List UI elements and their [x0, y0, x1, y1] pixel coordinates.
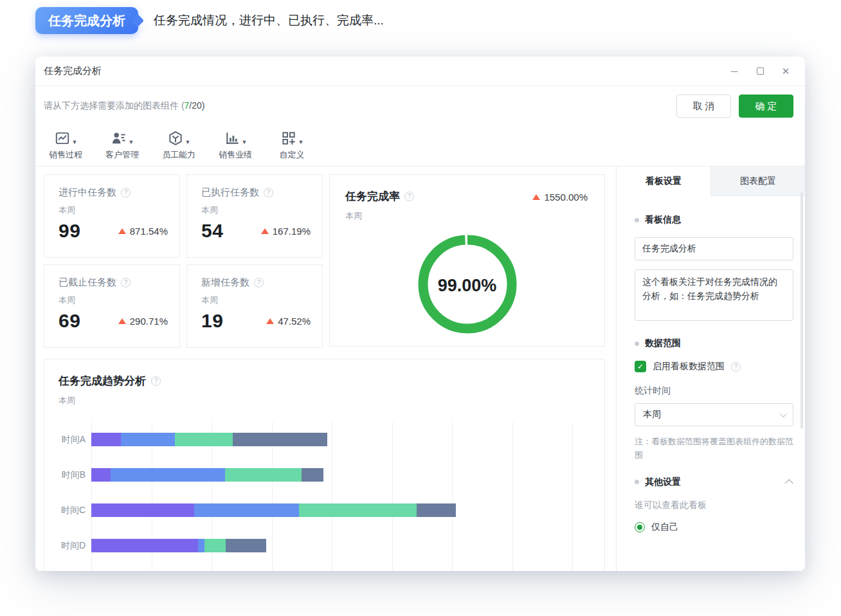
stat-time-select[interactable]: 本周 [635, 403, 793, 426]
minimize-icon[interactable]: ─ [729, 66, 739, 77]
stat-card-value: 69 [59, 310, 80, 332]
cancel-button[interactable]: 取 消 [676, 95, 731, 118]
segment-purple [91, 468, 111, 482]
chart-row: 时间A [59, 422, 592, 457]
section-dot-icon [635, 341, 639, 346]
segment-slate [233, 433, 327, 446]
stat-card-delta: 167.19% [261, 226, 312, 237]
stat-cards-grid: 进行中任务数 ? 本周 99 871.54% [44, 174, 323, 348]
content-region: 进行中任务数 ? 本周 99 871.54% [35, 166, 805, 571]
panel-scrollbar-thumb[interactable] [800, 192, 803, 429]
progress-ring: 99.00% [413, 230, 522, 341]
board-description-textarea[interactable]: 这个看板关注于对任务完成情况的分析，如：任务完成趋势分析 [635, 269, 793, 321]
close-icon[interactable]: ✕ [781, 66, 791, 77]
section-title: 看板信息 [645, 214, 681, 226]
feature-description: 任务完成情况，进行中、已执行、完成率... [154, 12, 384, 29]
section-dot-icon [635, 218, 639, 222]
help-icon[interactable]: ? [151, 376, 161, 386]
chevron-down-icon: ▼ [242, 140, 248, 147]
help-icon[interactable]: ? [121, 278, 131, 287]
customer-icon [111, 130, 127, 147]
help-icon[interactable]: ? [404, 192, 414, 201]
stat-card-in-progress[interactable]: 进行中任务数 ? 本周 99 871.54% [44, 174, 180, 258]
delta-value: 167.19% [273, 226, 311, 237]
chart-row: 时间B [59, 457, 592, 493]
help-icon[interactable]: ? [121, 188, 131, 197]
toolbar-item-label: 自定义 [280, 149, 305, 161]
triangle-up-icon [118, 318, 126, 324]
page: 任务完成分析 任务完成情况，进行中、已执行、完成率... 任务完成分析 ─ ✕ … [0, 0, 841, 616]
gauge-card-period: 本周 [345, 210, 414, 222]
stat-card-title: 已截止任务数 [59, 276, 116, 289]
trend-chart-card[interactable]: 任务完成趋势分析 ? 本周 时间A时间B时间C时间D [44, 359, 605, 571]
segment-slate [226, 539, 266, 552]
chart-row: 时间D [59, 528, 592, 563]
section-title: 其他设置 [645, 476, 681, 488]
trend-chart-plot: 时间A时间B时间C时间D [59, 422, 592, 571]
panel-tabs: 看板设置 图表配置 [617, 167, 805, 196]
section-board-info: 看板信息 [635, 214, 793, 226]
tab-chart-config[interactable]: 图表配置 [710, 167, 805, 196]
delta-value: 47.52% [278, 316, 311, 327]
stat-card-value: 19 [201, 310, 223, 332]
bar-chart-icon [224, 130, 240, 147]
stacked-bar [91, 468, 592, 482]
gauge-card-title: 任务完成率 [345, 189, 400, 204]
triangle-up-icon [118, 228, 126, 234]
segment-blue [194, 503, 299, 517]
stat-card-executed[interactable]: 已执行任务数 ? 本周 54 167.19% [186, 174, 323, 258]
maximize-icon[interactable] [755, 66, 765, 77]
stat-card-delta: 47.52% [266, 316, 312, 327]
stat-card-title: 已执行任务数 [201, 186, 259, 199]
segment-blue [121, 433, 175, 446]
completion-rate-card[interactable]: 任务完成率 ? 本周 1550.00% [329, 174, 605, 347]
grid-plus-icon [280, 130, 297, 147]
trend-chart-title: 任务完成趋势分析 [59, 374, 146, 388]
segment-blue [111, 468, 225, 482]
chart-category-label: 时间D [59, 540, 91, 552]
count-total: /20) [189, 100, 204, 111]
toolbar-item-customer-mgmt[interactable]: ▼ 客户管理 [103, 127, 141, 161]
toolbar-item-label: 销售业绩 [219, 149, 252, 161]
instruction-label: 请从下方选择需要添加的图表组件 ( [44, 100, 185, 111]
toolbar-item-sales-process[interactable]: ▼ 销售过程 [46, 127, 85, 161]
stat-card-title: 新增任务数 [201, 276, 249, 289]
chevron-up-icon[interactable] [785, 479, 793, 487]
stat-card-closed[interactable]: 已截止任务数 ? 本周 69 290.71% [44, 264, 180, 348]
chevron-down-icon: ▼ [129, 140, 134, 147]
confirm-button[interactable]: 确 定 [739, 95, 793, 118]
segment-green [204, 539, 226, 552]
segment-purple [91, 503, 194, 517]
stat-card-period: 本周 [59, 204, 169, 216]
stat-card-title: 进行中任务数 [59, 186, 116, 199]
triangle-up-icon [261, 228, 269, 234]
section-other-settings: 其他设置 [635, 476, 793, 488]
toolbar-item-employee-ability[interactable]: ▼ 员工能力 [159, 127, 198, 161]
toolbar-item-custom[interactable]: ▼ 自定义 [273, 127, 311, 161]
board-name-input[interactable] [635, 237, 793, 260]
subheader: 请从下方选择需要添加的图表组件 (7/20) 取 消 确 定 [35, 86, 805, 126]
triangle-up-icon [266, 318, 274, 324]
dashboard-preview: 进行中任务数 ? 本周 99 871.54% [35, 167, 616, 571]
chart-rows: 时间A时间B时间C时间D [59, 422, 592, 563]
visibility-radio-only-me[interactable]: 仅自己 [635, 521, 793, 533]
toolbar-item-label: 客户管理 [105, 149, 139, 161]
chart-category-label: 时间A [59, 434, 91, 446]
enable-data-range-checkbox[interactable]: ✓ 启用看板数据范围 ? [635, 361, 793, 372]
window-controls: ─ ✕ [729, 66, 791, 77]
tab-board-settings[interactable]: 看板设置 [617, 167, 710, 196]
stat-card-new[interactable]: 新增任务数 ? 本周 19 47.52% [186, 264, 323, 348]
help-icon[interactable]: ? [731, 362, 741, 372]
chevron-down-icon: ▼ [72, 140, 78, 147]
stat-card-delta: 290.71% [118, 316, 169, 327]
line-chart-icon [54, 130, 71, 147]
feature-badge: 任务完成分析 [35, 7, 138, 34]
titlebar: 任务完成分析 ─ ✕ [35, 57, 805, 86]
stat-card-value: 54 [201, 220, 223, 242]
toolbar-item-sales-performance[interactable]: ▼ 销售业绩 [216, 127, 255, 161]
stacked-bar [91, 503, 592, 517]
help-icon[interactable]: ? [264, 188, 273, 197]
stacked-bar [91, 539, 592, 552]
help-icon[interactable]: ? [254, 278, 264, 287]
section-title: 数据范围 [645, 338, 681, 349]
